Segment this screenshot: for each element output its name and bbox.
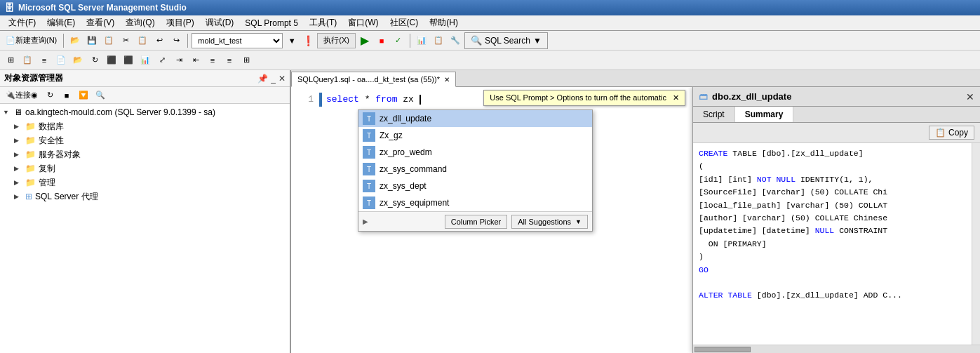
toolbar-icon-7[interactable]: ↪ <box>168 33 184 48</box>
tb2-icon-5[interactable]: 📂 <box>70 53 86 68</box>
toolbar-icon-3[interactable]: 📋 <box>101 33 116 48</box>
ac-item-5[interactable]: T zx_sys_equipment <box>358 194 592 211</box>
ac-item-label-4: zx_sys_dept <box>380 181 427 191</box>
toolbar-icon-6[interactable]: ↩ <box>152 33 167 48</box>
play-button[interactable]: ▶ <box>357 33 372 48</box>
tb2-icon-8[interactable]: ⬛ <box>121 53 136 68</box>
expand-icon-mgmt: ▶ <box>14 179 25 186</box>
od-code-area[interactable]: CREATE TABLE [dbo].[zx_dll_update] ( [id… <box>693 143 980 345</box>
code-go: GO <box>699 265 709 274</box>
tree-node-root[interactable]: ▼ 🖥 oa.kingtech-mould.com (SQL Server 9.… <box>0 105 290 119</box>
tb2-icon-15[interactable]: ⊞ <box>239 53 254 68</box>
new-query-button[interactable]: 📄 新建查询(N) <box>3 33 60 48</box>
table-icon-3: T <box>363 163 375 175</box>
menu-item-W[interactable]: 窗口(W) <box>342 15 384 30</box>
tree-node-security[interactable]: ▶ 📁 安全性 <box>0 133 290 147</box>
tree-node-management[interactable]: ▶ 📁 管理 <box>0 175 290 189</box>
menu-item-T[interactable]: 工具(T) <box>304 15 342 30</box>
toolbar-separator <box>63 34 64 48</box>
tb2-icon-7[interactable]: ⬛ <box>104 53 119 68</box>
ac-item-2[interactable]: T zx_pro_wedm <box>358 144 592 161</box>
od-header-left: 🗃 dbo.zx_dll_update <box>699 91 791 102</box>
tree-node-sql-agent-label: SQL Server 代理 <box>35 191 98 203</box>
tree-node-security-label: 安全性 <box>39 135 64 147</box>
oe-tree: ▼ 🖥 oa.kingtech-mould.com (SQL Server 9.… <box>0 104 290 353</box>
toolbar-icon-8[interactable]: 📊 <box>414 33 429 48</box>
menu-item-F[interactable]: 文件(F) <box>3 15 41 30</box>
ac-item-3[interactable]: T zx_sys_command <box>358 161 592 178</box>
tree-node-server-objects[interactable]: ▶ 📁 服务器对象 <box>0 147 290 161</box>
menu-item-P[interactable]: 项目(P) <box>161 15 200 30</box>
oe-close-button[interactable]: ✕ <box>278 74 286 84</box>
tooltip-close-button[interactable]: ✕ <box>673 93 679 102</box>
tb2-icon-9[interactable]: 📊 <box>137 53 153 68</box>
tree-node-management-label: 管理 <box>39 177 55 189</box>
toolbar-icon-10[interactable]: 🔧 <box>448 33 463 48</box>
menu-item-SQLPrompt[interactable]: SQL Prompt 5 <box>239 17 304 29</box>
oe-pin-button[interactable]: 📌 <box>257 74 268 84</box>
object-detail-panel: Use SQL Prompt > Options to turn off the… <box>692 87 980 353</box>
tb2-icon-4[interactable]: 📄 <box>53 53 69 68</box>
table-icon-0: T <box>363 112 375 125</box>
execute-button[interactable]: 执行(X) <box>317 33 356 48</box>
toolbar-icon-5[interactable]: 📋 <box>135 33 150 48</box>
stop-button[interactable]: ■ <box>374 33 389 48</box>
toolbar-icon-2[interactable]: 💾 <box>84 33 100 48</box>
hscroll-thumb[interactable] <box>694 347 751 352</box>
od-copy-button[interactable]: 📋 Copy <box>929 126 974 140</box>
sql-search-button[interactable]: 🔍 SQL Search ▼ <box>464 32 548 49</box>
tree-node-databases[interactable]: ▶ 📁 数据库 <box>0 119 290 133</box>
folder-icon-rep: 📁 <box>25 164 36 173</box>
folder-icon-db: 📁 <box>25 121 36 131</box>
ac-item-1[interactable]: T Zx_gz <box>358 127 592 144</box>
oe-stop-button[interactable]: ■ <box>59 88 74 103</box>
oe-search-button[interactable]: 🔍 <box>93 88 108 103</box>
check-button[interactable]: ✓ <box>391 33 406 48</box>
od-hscroll[interactable] <box>693 345 980 353</box>
menu-item-V[interactable]: 查看(V) <box>81 15 120 30</box>
ac-item-4[interactable]: T zx_sys_dept <box>358 178 592 194</box>
database-dropdown[interactable]: mold_kt_test <box>192 33 283 48</box>
oe-connect-button[interactable]: 🔌 连接◉ <box>3 88 41 103</box>
oe-connect-label: 连接◉ <box>15 90 38 100</box>
all-suggestions-button[interactable]: All Suggestions ▼ <box>511 215 588 229</box>
tb2-icon-14[interactable]: ≡ <box>222 53 237 68</box>
tree-node-replication[interactable]: ▶ 📁 复制 <box>0 161 290 175</box>
tb2-icon-13[interactable]: ≡ <box>205 53 220 68</box>
tb2-icon-12[interactable]: ⇤ <box>188 53 203 68</box>
tb2-icon-11[interactable]: ⇥ <box>171 53 187 68</box>
toolbar-icon-9[interactable]: 📋 <box>431 33 446 48</box>
oe-refresh-button[interactable]: ↻ <box>42 88 58 103</box>
od-close-button[interactable]: ✕ <box>966 91 974 102</box>
toolbar-icon-1[interactable]: 📂 <box>67 33 83 48</box>
menu-item-Q[interactable]: 查询(Q) <box>120 15 160 30</box>
ac-item-0[interactable]: T zx_dll_update <box>358 110 592 127</box>
table-icon-2: T <box>363 146 375 159</box>
tb2-icon-6[interactable]: ↻ <box>87 53 102 68</box>
oe-toolbar: 🔌 连接◉ ↻ ■ 🔽 🔍 <box>0 87 290 104</box>
od-tab-script[interactable]: Script <box>693 107 735 122</box>
tb2-icon-1[interactable]: ⊞ <box>3 53 18 68</box>
expand-icon: ▼ <box>3 109 14 116</box>
od-tab-summary[interactable]: Summary <box>735 107 794 122</box>
menu-item-H[interactable]: 帮助(H) <box>424 15 464 30</box>
menu-item-D[interactable]: 调试(D) <box>200 15 240 30</box>
dropdown-arrow[interactable]: ▼ <box>284 33 300 48</box>
oe-minimize-button[interactable]: _ <box>271 74 276 84</box>
column-picker-button[interactable]: Column Picker <box>445 215 508 229</box>
tree-node-sql-agent[interactable]: ▶ ⊞ SQL Server 代理 <box>0 189 290 204</box>
table-icon-1: T <box>363 129 375 142</box>
tb2-icon-3[interactable]: ≡ <box>36 53 52 68</box>
close-tab-icon[interactable]: ✕ <box>444 76 450 84</box>
od-vscroll[interactable] <box>972 143 980 345</box>
query-tab[interactable]: SQLQuery1.sql - oa....d_kt_test (sa (55)… <box>291 72 456 87</box>
oe-filter-button[interactable]: 🔽 <box>76 88 91 103</box>
menu-item-E[interactable]: 编辑(E) <box>41 15 81 30</box>
editor-area[interactable]: 1 select * from zx T zx_dll_update T <box>291 87 980 353</box>
ac-more-icon: ▶ <box>363 218 368 225</box>
menu-item-C[interactable]: 社区(C) <box>384 15 424 30</box>
tb2-icon-10[interactable]: ⤢ <box>154 53 170 68</box>
column-picker-label: Column Picker <box>451 218 502 226</box>
toolbar-icon-4[interactable]: ✂ <box>118 33 133 48</box>
tb2-icon-2[interactable]: 📋 <box>20 53 35 68</box>
